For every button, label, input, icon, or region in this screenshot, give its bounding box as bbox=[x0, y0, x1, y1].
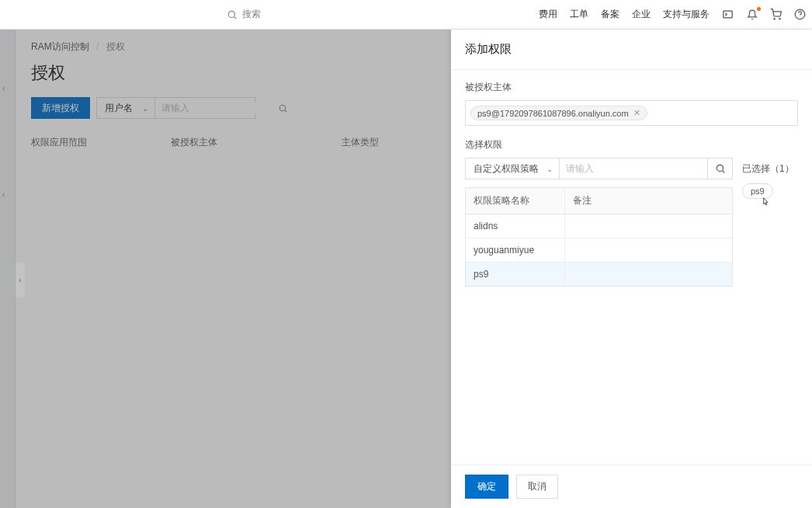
drawer-handle[interactable]: ‹ bbox=[16, 263, 25, 297]
svg-point-9 bbox=[717, 165, 723, 171]
search-icon bbox=[227, 9, 238, 20]
principal-tag: ps9@1792097861087896.onaliyun.com ✕ bbox=[470, 106, 647, 120]
perm-cell-remark bbox=[565, 238, 732, 262]
confirm-button[interactable]: 确定 bbox=[465, 475, 508, 499]
nav-beian[interactable]: 备案 bbox=[601, 8, 619, 21]
svg-point-3 bbox=[774, 19, 775, 19]
perm-search-row: 自定义权限策略 ⌄ bbox=[465, 158, 733, 179]
cancel-button[interactable]: 取消 bbox=[516, 475, 558, 499]
selected-tag[interactable]: ps9 bbox=[742, 183, 773, 199]
perm-cell-name: alidns bbox=[466, 214, 565, 238]
svg-rect-2 bbox=[724, 11, 732, 18]
close-icon[interactable]: ✕ bbox=[633, 108, 640, 118]
permission-left: 自定义权限策略 ⌄ 权限策略名称 备注 alidns bbox=[465, 158, 733, 287]
nav-support[interactable]: 支持与服务 bbox=[663, 8, 710, 21]
cursor-icon bbox=[760, 195, 771, 209]
global-search-placeholder: 搜索 bbox=[242, 8, 261, 21]
chevron-down-icon: ⌄ bbox=[547, 165, 553, 173]
perm-cell-remark bbox=[565, 263, 732, 286]
nav-fee[interactable]: 费用 bbox=[539, 8, 557, 21]
top-nav: 搜索 费用 工单 备案 企业 支持与服务 bbox=[0, 0, 812, 30]
perm-row[interactable]: ps9 bbox=[466, 263, 732, 286]
svg-line-10 bbox=[722, 171, 724, 173]
drawer-body: 被授权主体 ps9@1792097861087896.onaliyun.com … bbox=[451, 70, 812, 465]
cart-icon[interactable] bbox=[770, 9, 782, 20]
search-icon bbox=[715, 163, 726, 174]
principal-input[interactable]: ps9@1792097861087896.onaliyun.com ✕ bbox=[465, 100, 798, 126]
principal-tag-text: ps9@1792097861087896.onaliyun.com bbox=[477, 109, 629, 118]
help-icon[interactable] bbox=[794, 9, 806, 20]
perm-table-header: 权限策略名称 备注 bbox=[466, 188, 732, 214]
nav-enterprise[interactable]: 企业 bbox=[632, 8, 651, 21]
select-perm-label: 选择权限 bbox=[465, 138, 798, 151]
selected-panel: 已选择（1） ps9 bbox=[742, 158, 798, 287]
drawer-footer: 确定 取消 bbox=[451, 465, 812, 508]
perm-type-select[interactable]: 自定义权限策略 ⌄ bbox=[465, 158, 560, 179]
bell-icon[interactable] bbox=[746, 9, 758, 20]
notification-dot bbox=[757, 7, 761, 11]
add-permission-drawer: 添加权限 被授权主体 ps9@1792097861087896.onaliyun… bbox=[451, 30, 812, 508]
perm-row[interactable]: alidns bbox=[466, 214, 732, 238]
perm-cell-name: youguanmiyue bbox=[466, 238, 565, 262]
perm-cell-remark bbox=[565, 214, 732, 238]
perm-type-value: 自定义权限策略 bbox=[474, 162, 539, 176]
global-search[interactable]: 搜索 bbox=[227, 8, 261, 21]
permission-area: 自定义权限策略 ⌄ 权限策略名称 备注 alidns bbox=[465, 158, 798, 287]
svg-line-1 bbox=[234, 16, 237, 19]
nav-ticket[interactable]: 工单 bbox=[570, 8, 588, 21]
perm-search-input[interactable] bbox=[560, 158, 708, 179]
principal-label: 被授权主体 bbox=[465, 81, 798, 94]
nav-right: 费用 工单 备案 企业 支持与服务 bbox=[539, 8, 806, 21]
perm-search-button[interactable] bbox=[708, 158, 733, 179]
svg-point-0 bbox=[228, 11, 234, 17]
th-remark: 备注 bbox=[565, 188, 732, 214]
perm-cell-name: ps9 bbox=[466, 263, 565, 286]
svg-point-4 bbox=[779, 19, 780, 19]
perm-row[interactable]: youguanmiyue bbox=[466, 238, 732, 263]
terminal-icon[interactable] bbox=[722, 9, 734, 20]
drawer-title: 添加权限 bbox=[451, 30, 812, 70]
selected-count-label: 已选择（1） bbox=[742, 158, 798, 176]
perm-table: 权限策略名称 备注 alidns youguanmiyue ps9 bbox=[465, 187, 733, 287]
th-policy-name: 权限策略名称 bbox=[466, 188, 565, 214]
